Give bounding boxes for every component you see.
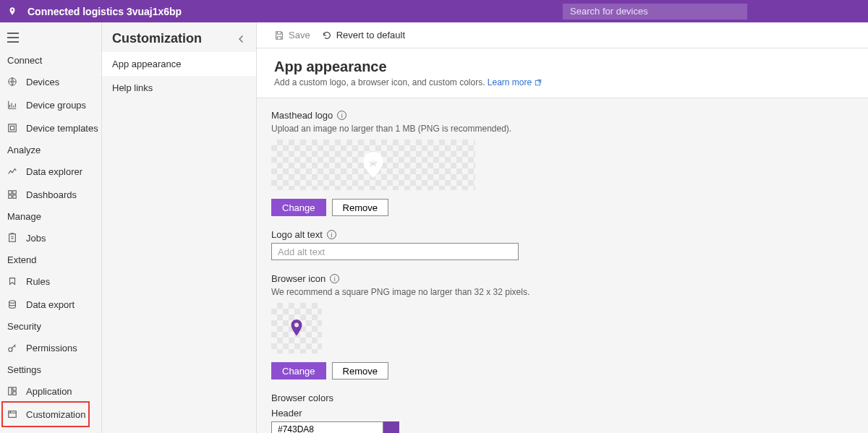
browser-icon-helper: We recommend a square PNG image no large… xyxy=(271,287,854,297)
svg-rect-13 xyxy=(9,411,17,418)
sidebar-item-devices[interactable]: Devices xyxy=(0,70,101,93)
info-icon[interactable]: i xyxy=(337,111,346,120)
sidebar-item-device-groups[interactable]: Device groups xyxy=(0,93,101,116)
form-area: Masthead logo i Upload an image no large… xyxy=(257,98,868,433)
sidebar-item-device-templates[interactable]: Device templates xyxy=(0,116,101,140)
sidebar-group-extend: Extend xyxy=(0,249,101,270)
hamburger-button[interactable] xyxy=(0,25,101,50)
svg-rect-3 xyxy=(9,191,12,194)
sidebar-item-label: Application xyxy=(26,386,72,397)
browser-icon-remove-button[interactable]: Remove xyxy=(332,362,388,380)
sidebar-item-label: Data explorer xyxy=(26,166,82,177)
header-color-label: Header xyxy=(271,408,854,419)
sidebar-group-settings: Settings xyxy=(0,359,101,380)
svg-rect-11 xyxy=(13,387,16,390)
jobs-icon xyxy=(7,233,17,243)
info-icon[interactable]: i xyxy=(330,274,339,283)
back-button[interactable] xyxy=(234,32,249,46)
revert-button[interactable]: Revert to default xyxy=(322,30,405,40)
page-title: App appearance xyxy=(274,59,851,75)
topbar: Connected logistics 3vuaj1x6bp xyxy=(0,0,868,22)
sidebar-item-label: Permissions xyxy=(26,343,77,353)
svg-rect-7 xyxy=(9,234,16,242)
sidebar-item-customization[interactable]: Customization xyxy=(0,403,101,426)
sub-nav-title: Customization xyxy=(112,31,202,46)
app-icon xyxy=(7,386,17,396)
masthead-change-button[interactable]: Change xyxy=(271,199,326,216)
masthead-helper: Upload an image no larger than 1 MB (PNG… xyxy=(271,124,854,134)
revert-icon xyxy=(322,30,332,40)
template-icon xyxy=(7,123,17,133)
browser-icon-label: Browser icon i xyxy=(271,273,854,284)
svg-rect-2 xyxy=(10,126,14,129)
sidebar-group-connect: Connect xyxy=(0,50,101,70)
sidebar-item-label: Jobs xyxy=(26,233,46,244)
browser-colors-label: Browser colors xyxy=(271,393,854,403)
sidebar: Connect Devices Device groups Device tem… xyxy=(0,22,102,433)
sidebar-item-dashboards[interactable]: Dashboards xyxy=(0,183,101,206)
sub-nav: Customization App appearance Help links xyxy=(102,22,257,433)
search-input[interactable] xyxy=(563,4,747,20)
key-icon xyxy=(7,343,17,353)
masthead-remove-button[interactable]: Remove xyxy=(332,199,388,216)
masthead-logo-label: Masthead logo i xyxy=(271,110,854,121)
explorer-icon xyxy=(7,166,17,176)
svg-rect-4 xyxy=(13,191,16,194)
browser-icon-change-button[interactable]: Change xyxy=(271,362,326,380)
app-title: Connected logistics 3vuaj1x6bp xyxy=(27,6,182,17)
main: Save Revert to default App appearance Ad… xyxy=(257,22,868,433)
header-color-swatch[interactable] xyxy=(383,421,399,433)
export-icon xyxy=(7,299,17,309)
sidebar-item-permissions[interactable]: Permissions xyxy=(0,336,101,359)
pin-icon xyxy=(363,152,383,178)
sidebar-item-data-export[interactable]: Data export xyxy=(0,293,101,316)
svg-point-8 xyxy=(9,301,16,304)
sub-nav-item-help-links[interactable]: Help links xyxy=(102,76,256,100)
browser-icon-preview xyxy=(271,303,322,353)
sidebar-item-label: Data export xyxy=(26,299,75,310)
sidebar-item-label: Devices xyxy=(26,77,59,87)
custom-icon xyxy=(7,409,17,419)
sidebar-item-jobs[interactable]: Jobs xyxy=(0,226,101,249)
sidebar-group-analyze: Analyze xyxy=(0,140,101,160)
sub-nav-item-label: Help links xyxy=(112,82,153,93)
masthead-logo-preview xyxy=(271,140,475,190)
svg-rect-12 xyxy=(13,392,16,395)
dashboard-icon xyxy=(7,189,17,200)
sidebar-item-application[interactable]: Application xyxy=(0,380,101,403)
sidebar-item-label: Rules xyxy=(26,276,50,287)
svg-rect-6 xyxy=(13,195,16,198)
sub-nav-item-label: App appearance xyxy=(112,59,181,69)
learn-more-link[interactable]: Learn more xyxy=(488,77,542,87)
sidebar-item-rules[interactable]: Rules xyxy=(0,270,101,293)
sidebar-group-manage: Manage xyxy=(0,206,101,226)
alt-text-label: Logo alt text i xyxy=(271,229,854,240)
svg-rect-5 xyxy=(9,195,12,198)
sidebar-item-label: Device groups xyxy=(26,100,86,111)
sidebar-item-label: Dashboards xyxy=(26,189,77,200)
rules-icon xyxy=(7,276,17,286)
info-icon[interactable]: i xyxy=(327,230,336,239)
alt-text-input[interactable] xyxy=(271,243,519,260)
toolbar: Save Revert to default xyxy=(257,22,868,48)
devices-icon xyxy=(7,77,17,87)
save-label: Save xyxy=(289,30,310,40)
svg-rect-1 xyxy=(9,124,17,132)
page-subtitle: Add a custom logo, a browser icon, and c… xyxy=(274,77,851,87)
sub-nav-item-app-appearance[interactable]: App appearance xyxy=(102,52,256,76)
revert-label: Revert to default xyxy=(336,30,405,40)
sidebar-item-label: Device templates xyxy=(26,123,98,134)
save-icon xyxy=(274,30,284,40)
save-button[interactable]: Save xyxy=(274,30,310,40)
sidebar-group-security: Security xyxy=(0,316,101,336)
chart-icon xyxy=(7,100,17,110)
sidebar-item-label: Customization xyxy=(26,409,85,420)
app-pin-icon xyxy=(7,5,17,18)
pin-icon xyxy=(290,320,303,337)
sidebar-item-data-explorer[interactable]: Data explorer xyxy=(0,160,101,183)
svg-rect-10 xyxy=(9,387,12,395)
header-color-input[interactable] xyxy=(271,421,383,433)
page-header: App appearance Add a custom logo, a brow… xyxy=(257,48,868,98)
